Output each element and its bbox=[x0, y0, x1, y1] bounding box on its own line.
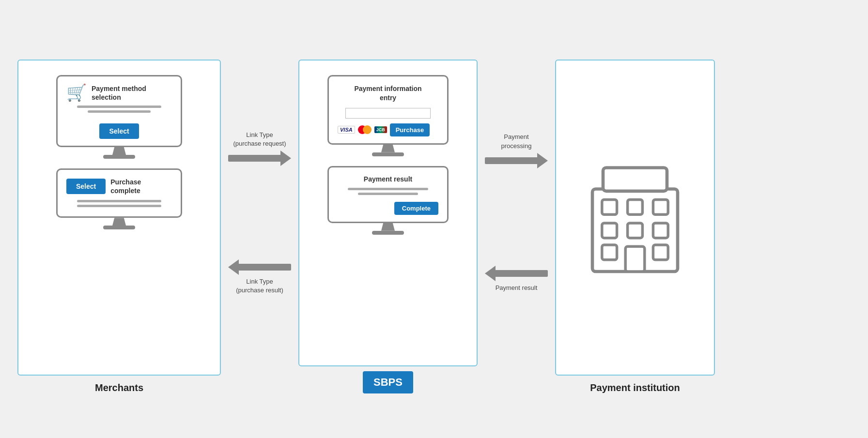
payment-institution-label: Payment institution bbox=[590, 382, 680, 393]
arrow-left-result bbox=[485, 266, 548, 281]
merchants-top-content: 🛒 Payment method selection Select bbox=[66, 84, 172, 139]
stand-top bbox=[103, 147, 135, 159]
line6 bbox=[358, 193, 418, 195]
stand-bottom bbox=[103, 218, 135, 229]
visa-logo: VISA bbox=[338, 126, 355, 134]
payment-info-title: Payment information entry bbox=[338, 84, 438, 103]
purchase-button[interactable]: Purchase bbox=[390, 123, 430, 136]
building-icon bbox=[582, 155, 688, 281]
sbps-top-content: Payment information entry VISA JCB Purch… bbox=[338, 84, 438, 136]
arrow-payment-result: Payment result bbox=[478, 266, 555, 295]
merchants-bottom-monitor: Select Purchase complete bbox=[56, 168, 182, 218]
merchants-label: Merchants bbox=[95, 382, 143, 393]
svg-rect-6 bbox=[628, 223, 643, 238]
purchase-complete-title: Purchase complete bbox=[110, 178, 172, 195]
arrow-right-top bbox=[228, 151, 291, 166]
col-sbps: Payment information entry VISA JCB Purch… bbox=[298, 60, 478, 393]
stand-neck2 bbox=[112, 218, 126, 226]
line2 bbox=[88, 110, 151, 113]
jcb-logo: JCB bbox=[374, 126, 387, 133]
svg-rect-5 bbox=[602, 223, 617, 238]
arrow-right-processing bbox=[485, 153, 548, 168]
svg-rect-4 bbox=[653, 200, 668, 215]
arrow-purchase-result: Link Type (purchase result) bbox=[221, 260, 298, 298]
line5 bbox=[348, 188, 428, 190]
arrow-label-bottom: Link Type (purchase result) bbox=[236, 277, 283, 295]
sbps-box: Payment information entry VISA JCB Purch… bbox=[298, 60, 478, 366]
sbps-bottom-content: Payment result Complete bbox=[338, 175, 438, 215]
svg-rect-9 bbox=[653, 245, 668, 260]
col-payment-inst: Payment institution bbox=[555, 60, 715, 393]
select-button-top[interactable]: Select bbox=[99, 123, 139, 139]
arrow-payment-processing: Payment processing bbox=[478, 133, 555, 167]
stand-neck bbox=[112, 147, 126, 155]
col-arrow2: Payment processing Payment result bbox=[478, 60, 555, 393]
card-logos: VISA JCB Purchase bbox=[338, 123, 438, 136]
stand-foot4 bbox=[372, 231, 404, 235]
col-merchants: 🛒 Payment method selection Select bbox=[17, 60, 221, 393]
payment-inst-box bbox=[555, 60, 715, 376]
svg-rect-2 bbox=[602, 200, 617, 215]
arrow-left-bottom bbox=[228, 260, 291, 274]
select-button-bottom[interactable]: Select bbox=[66, 179, 106, 194]
payment-method-title: Payment method selection bbox=[92, 84, 172, 102]
stand-neck3 bbox=[381, 145, 395, 152]
line3 bbox=[77, 200, 161, 202]
sbps-bottom-monitor: Payment result Complete bbox=[327, 166, 449, 223]
top-monitor-wrap: 🛒 Payment method selection Select bbox=[26, 75, 212, 159]
diagram-wrapper: 🛒 Payment method selection Select bbox=[17, 45, 851, 393]
cart-icon: 🛒 bbox=[66, 84, 87, 101]
arrow-label-processing: Payment processing bbox=[501, 133, 532, 150]
sbps-badge: SBPS bbox=[363, 371, 413, 393]
sbps-stand-top bbox=[372, 145, 404, 156]
arrow-label-top: Link Type (purchase request) bbox=[233, 131, 286, 148]
sbps-top-monitor-wrap: Payment information entry VISA JCB Purch… bbox=[307, 75, 469, 156]
arrow-label-result: Payment result bbox=[496, 284, 538, 292]
monitors-stack: 🛒 Payment method selection Select bbox=[26, 70, 212, 367]
sbps-stand-bottom bbox=[372, 223, 404, 235]
sbps-stack: Payment information entry VISA JCB Purch… bbox=[307, 70, 469, 358]
mastercard-logo bbox=[358, 125, 372, 134]
svg-rect-1 bbox=[603, 168, 667, 191]
merchants-bottom-content: Select Purchase complete bbox=[66, 178, 172, 210]
stand-foot bbox=[103, 155, 135, 159]
sbps-bottom-monitor-wrap: Payment result Complete bbox=[307, 166, 469, 235]
svg-rect-8 bbox=[602, 245, 617, 260]
svg-rect-3 bbox=[628, 200, 643, 215]
line1 bbox=[77, 106, 161, 108]
col-arrow1: Link Type (purchase request) Link Type (… bbox=[221, 60, 298, 393]
line4 bbox=[77, 205, 161, 207]
payment-result-title: Payment result bbox=[338, 175, 438, 183]
complete-button[interactable]: Complete bbox=[394, 202, 438, 215]
merchants-box: 🛒 Payment method selection Select bbox=[17, 60, 221, 376]
svg-rect-7 bbox=[653, 223, 668, 238]
stand-foot3 bbox=[372, 152, 404, 156]
svg-rect-10 bbox=[625, 246, 645, 272]
arrow-purchase-request: Link Type (purchase request) bbox=[221, 131, 298, 166]
stand-foot2 bbox=[103, 226, 135, 229]
merchants-top-monitor: 🛒 Payment method selection Select bbox=[56, 75, 182, 147]
bottom-monitor-wrap: Select Purchase complete bbox=[26, 168, 212, 229]
sbps-top-monitor: Payment information entry VISA JCB Purch… bbox=[327, 75, 449, 145]
stand-neck4 bbox=[381, 223, 395, 231]
